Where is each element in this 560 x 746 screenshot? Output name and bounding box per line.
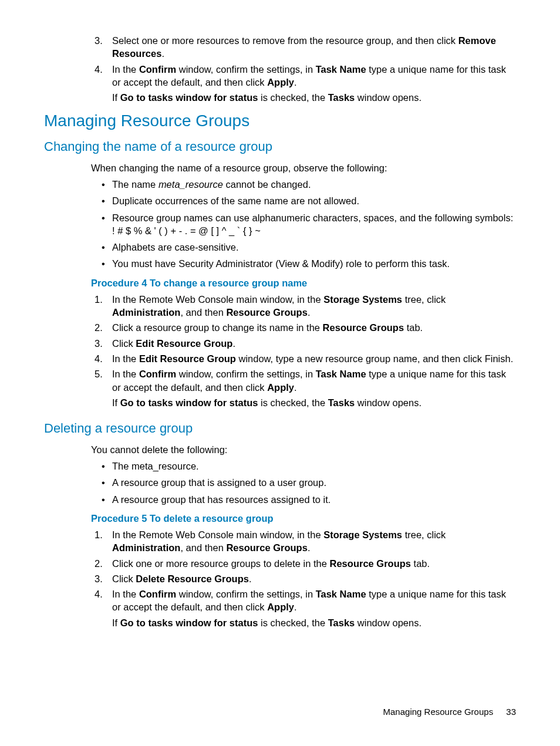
- step-4: In the Confirm window, confirm the setti…: [91, 63, 516, 104]
- step-3: Select one or more resources to remove f…: [91, 34, 516, 60]
- step: In the Edit Resource Group window, type …: [91, 352, 516, 365]
- changing-notes-list: The name meta_resource cannot be changed…: [91, 178, 516, 271]
- list-item: Alphabets are case-sensitive.: [102, 241, 516, 254]
- continued-ordered-list: Select one or more resources to remove f…: [91, 34, 516, 104]
- page-number: 33: [506, 707, 516, 717]
- step: In the Confirm window, confirm the setti…: [91, 367, 516, 409]
- procedure-4-steps: In the Remote Web Console main window, i…: [91, 293, 516, 409]
- procedure-4-title: Procedure 4 To change a resource group n…: [91, 276, 516, 289]
- deleting-notes-list: The meta_resource. A resource group that…: [91, 460, 516, 506]
- step: In the Remote Web Console main window, i…: [91, 293, 516, 319]
- heading-deleting: Deleting a resource group: [44, 420, 516, 437]
- list-item: The meta_resource.: [102, 460, 516, 472]
- heading-changing-name: Changing the name of a resource group: [44, 138, 516, 156]
- list-item: You must have Security Administrator (Vi…: [102, 257, 516, 270]
- step: Click Delete Resource Groups.: [91, 572, 516, 585]
- list-item: The name meta_resource cannot be changed…: [102, 178, 516, 191]
- heading-managing-resource-groups: Managing Resource Groups: [44, 110, 516, 132]
- step: Click a resource group to change its nam…: [91, 321, 516, 334]
- footer-section: Managing Resource Groups: [383, 707, 494, 717]
- step: Click one or more resource groups to del…: [91, 557, 516, 570]
- list-item: Resource group names can use alphanumeri…: [102, 211, 516, 238]
- list-item: Duplicate occurrences of the same name a…: [102, 194, 516, 207]
- list-item: A resource group that is assigned to a u…: [102, 476, 516, 489]
- step: In the Confirm window, confirm the setti…: [91, 588, 516, 629]
- procedure-5-title: Procedure 5 To delete a resource group: [91, 512, 516, 525]
- deleting-intro: You cannot delete the following:: [91, 443, 516, 456]
- page-footer: Managing Resource Groups 33: [383, 706, 516, 718]
- changing-intro: When changing the name of a resource gro…: [91, 161, 516, 174]
- step: In the Remote Web Console main window, i…: [91, 528, 516, 555]
- list-item: A resource group that has resources assi…: [102, 493, 516, 506]
- step: Click Edit Resource Group.: [91, 337, 516, 350]
- procedure-5-steps: In the Remote Web Console main window, i…: [91, 528, 516, 629]
